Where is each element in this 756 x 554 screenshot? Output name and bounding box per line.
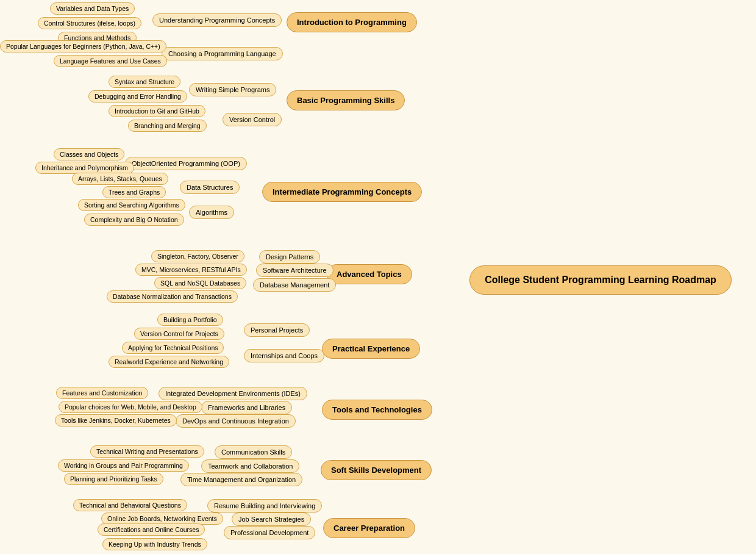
leaf-tech-behavioral: Technical and Behavioral Questions <box>73 499 187 511</box>
leaf-classes: Classes and Objects <box>54 148 124 160</box>
leaf-popular: Popular Languages for Beginners (Python,… <box>0 40 166 52</box>
leaf-inheritance: Inheritance and Polymorphism <box>35 162 134 174</box>
leaf-branching: Branching and Merging <box>128 120 207 132</box>
leaf-working: Working in Groups and Pair Programming <box>58 459 189 472</box>
leaf-vcp: Version Control for Projects <box>134 328 224 340</box>
leaf-singleton: Singleton, Factory, Observer <box>151 250 244 262</box>
branch-prac: Practical Experience <box>322 339 420 359</box>
sub-prof-dev: Professional Development <box>224 526 315 539</box>
branch-intro: Introduction to Programming <box>287 12 417 32</box>
sub-job-search: Job Search Strategies <box>232 513 311 526</box>
sub-writing: Writing Simple Programs <box>189 83 276 96</box>
leaf-applying: Applying for Technical Positions <box>122 342 224 354</box>
leaf-language-features: Language Features and Use Cases <box>54 55 167 67</box>
branch-adv: Advanced Topics <box>326 264 412 284</box>
sub-choosing: Choosing a Programming Language <box>162 47 283 60</box>
branch-soft: Soft Skills Development <box>321 460 432 480</box>
leaf-db-norm: Database Normalization and Transactions <box>107 290 238 303</box>
leaf-mvc: MVC, Microservices, RESTful APIs <box>135 264 247 276</box>
sub-devops: DevOps and Continuous Integration <box>176 414 296 428</box>
leaf-tech-writing: Technical Writing and Presentations <box>90 445 204 458</box>
sub-understanding: Understanding Programming Concepts <box>152 13 282 27</box>
sub-design: Design Patterns <box>259 250 320 264</box>
leaf-debugging: Debugging and Error Handling <box>88 90 187 103</box>
branch-career: Career Preparation <box>323 518 415 538</box>
sub-software-arch: Software Architecture <box>256 264 333 277</box>
branch-basic: Basic Programming Skills <box>287 90 405 110</box>
leaf-trees: Trees and Graphs <box>102 186 166 198</box>
leaf-sql: SQL and NoSQL Databases <box>154 277 246 289</box>
leaf-tools-ci: Tools like Jenkins, Docker, Kubernetes <box>55 414 177 426</box>
leaf-git: Introduction to Git and GitHub <box>109 105 205 117</box>
leaf-realworld: Realworld Experience and Networking <box>109 356 229 368</box>
sub-teamwork: Teamwork and Collaboration <box>201 459 299 473</box>
sub-ide: Integrated Development Environments (IDE… <box>159 387 307 400</box>
leaf-control: Control Structures (ifelse, loops) <box>38 17 141 29</box>
leaf-syntax: Syntax and Structure <box>109 76 180 88</box>
leaf-online-boards: Online Job Boards, Networking Events <box>101 513 223 525</box>
sub-resume: Resume Building and Interviewing <box>207 499 322 513</box>
leaf-planning: Planning and Prioritizing Tasks <box>64 473 163 485</box>
leaf-complexity: Complexity and Big O Notation <box>84 214 184 226</box>
leaf-features: Features and Customization <box>56 387 148 399</box>
leaf-certifications: Certifications and Online Courses <box>98 523 205 536</box>
sub-communication: Communication Skills <box>215 445 292 459</box>
sub-oop: ObjectOriented Programming (OOP) <box>125 157 247 170</box>
leaf-portfolio: Building a Portfolio <box>157 314 223 326</box>
leaf-keeping-up: Keeping Up with Industry Trends <box>102 538 207 550</box>
leaf-variables: Variables and Data Types <box>50 2 135 15</box>
sub-database: Database Management <box>253 278 336 292</box>
sub-personal: Personal Projects <box>244 323 310 337</box>
sub-versioncontrol: Version Control <box>223 113 282 126</box>
branch-inter: Intermediate Programming Concepts <box>262 182 422 202</box>
leaf-popular-fw: Popular choices for Web, Mobile, and Des… <box>59 401 202 413</box>
leaf-sorting: Sorting and Searching Algorithms <box>78 199 185 211</box>
sub-timemanage: Time Management and Organization <box>180 473 302 486</box>
leaf-arrays: Arrays, Lists, Stacks, Queues <box>72 173 168 185</box>
sub-internships: Internships and Coops <box>244 349 324 362</box>
sub-datastructures: Data Structures <box>180 181 240 194</box>
main-node: College Student Programming Learning Roa… <box>469 265 732 295</box>
branch-tools: Tools and Technologies <box>322 400 432 420</box>
sub-algorithms: Algorithms <box>189 206 234 219</box>
sub-frameworks: Frameworks and Libraries <box>201 401 292 414</box>
